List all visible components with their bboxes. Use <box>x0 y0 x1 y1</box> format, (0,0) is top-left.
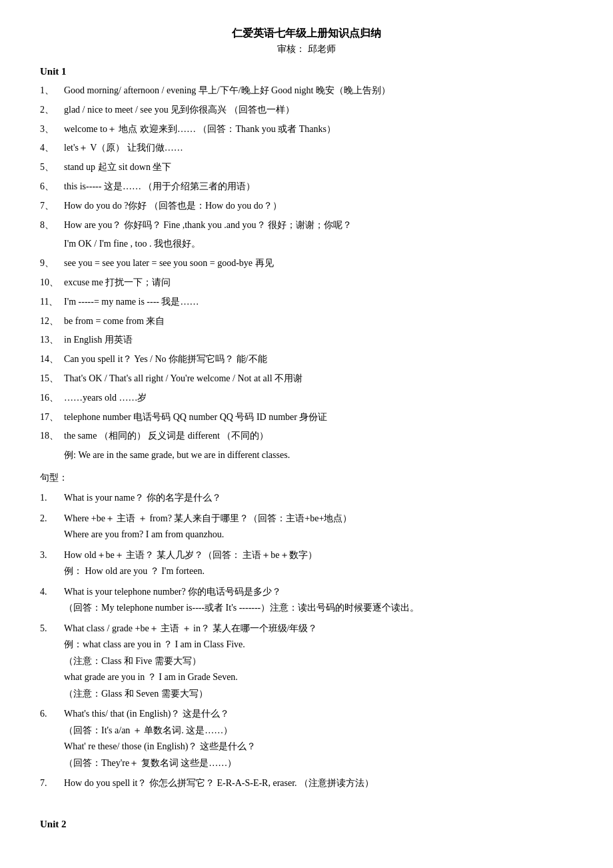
pattern-label: 句型： <box>40 470 573 487</box>
list-item: 5、stand up 起立 sit down 坐下 <box>40 159 573 175</box>
unit2-title: Unit 2 <box>40 819 573 830</box>
list-item: 4、let's＋ V（原） 让我们做…… <box>40 140 573 156</box>
pattern-item: 4.What is your telephone number? 你的电话号码是… <box>40 584 573 617</box>
pattern-list: 1.What is your name？ 你的名字是什么？2.Where +be… <box>40 490 573 792</box>
list-item: 7、How do you do ?你好 （回答也是：How do you do？… <box>40 198 573 214</box>
pattern-item: 2.Where +be＋ 主语 ＋ from? 某人来自于哪里？（回答：主语+b… <box>40 511 573 543</box>
pattern-item: 5.What class / grade +be＋ 主语 ＋ in？ 某人在哪一… <box>40 621 573 703</box>
pattern-item: 1.What is your name？ 你的名字是什么？ <box>40 490 573 507</box>
list-item: 11、I'm -----= my name is ---- 我是…… <box>40 294 573 310</box>
unit1-section: Unit 1 1、Good morning/ afternoon / eveni… <box>40 66 573 792</box>
list-item: 15、That's OK / That's all right / You're… <box>40 371 573 387</box>
unit1-title: Unit 1 <box>40 66 573 77</box>
list-item: 12、be from = come from 来自 <box>40 313 573 329</box>
unit1-list: 1、Good morning/ afternoon / evening 早上/下… <box>40 83 573 463</box>
list-item: 13、in English 用英语 <box>40 332 573 348</box>
list-item: 3、welcome to＋ 地点 欢迎来到…… （回答：Thank you 或者… <box>40 121 573 137</box>
pattern-item: 6.What's this/ that (in English)？ 这是什么？（… <box>40 706 573 771</box>
list-item: 18、the same （相同的） 反义词是 different （不同的） <box>40 428 573 444</box>
list-item: 1、Good morning/ afternoon / evening 早上/下… <box>40 83 573 99</box>
list-item: 14、Can you spell it？ Yes / No 你能拼写它吗？ 能/… <box>40 351 573 367</box>
unit2-section: Unit 2 <box>40 819 573 830</box>
page-title: 仁爱英语七年级上册知识点归纳 <box>40 27 573 41</box>
list-item: 8、How are you？ 你好吗？ Fine ,thank you .and… <box>40 217 573 233</box>
list-item: I'm OK / I'm fine , too . 我也很好。 <box>40 236 573 252</box>
list-item: 6、this is----- 这是…… （用于介绍第三者的用语） <box>40 179 573 195</box>
list-item: 17、telephone number 电话号码 QQ number QQ 号码… <box>40 409 573 425</box>
list-item: 9、see you = see you later = see you soon… <box>40 255 573 271</box>
list-item: 16、……years old ……岁 <box>40 390 573 406</box>
pattern-item: 3.How old＋be＋ 主语？ 某人几岁？（回答： 主语＋be＋数字）例： … <box>40 547 573 580</box>
list-item: 2、glad / nice to meet / see you 见到你很高兴 （… <box>40 102 573 118</box>
reviewer: 审核： 邱老师 <box>40 43 573 55</box>
list-item: 10、excuse me 打扰一下；请问 <box>40 275 573 291</box>
list-item: 例: We are in the same grade, but we are … <box>40 447 573 463</box>
pattern-item: 7.How do you spell it？ 你怎么拼写它？ E-R-A-S-E… <box>40 775 573 792</box>
